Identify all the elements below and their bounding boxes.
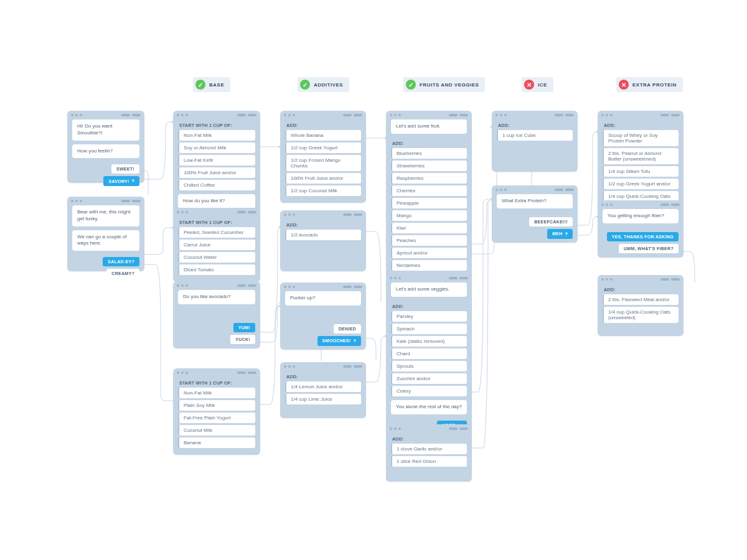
list-heading: START WITH 1 CUP OF: — [178, 217, 255, 227]
message: How do you like it? — [178, 194, 255, 208]
list-heading: ADD: — [391, 301, 467, 311]
list-item: Spinach — [391, 324, 467, 334]
check-icon: ✓ — [406, 80, 416, 90]
section-header-fruits: ✓ FRUITS AND VEGGIES — [403, 77, 485, 92]
list-item: 100% Fruit Juice and/or — [285, 173, 361, 184]
list-item: Carrot Juice — [178, 240, 255, 250]
card-additive-thick: ADD: Whole Banana 1/2 cup Greek Yogurt 1… — [280, 111, 366, 203]
list-item: 2 tbs. Flaxseed Meal and/or — [603, 294, 679, 305]
list-item: 1/2 cup Coconut Milk — [285, 185, 361, 196]
list-item: Pineapple — [391, 198, 467, 208]
card-garlic: ADD: 1 clove Garlic and/or 1 slice Red O… — [386, 424, 472, 482]
list-item: 1/4 Lemon Juice and/or — [285, 381, 361, 392]
list-item: 1/4 cup Quick-Cooking Oats (unsweeted) — [603, 307, 679, 323]
message: Let's add some fruit. — [391, 119, 467, 134]
card-topbar — [173, 111, 260, 119]
choice-what-fiber[interactable]: UMM, WHAT'S FIBER? — [619, 244, 679, 253]
list-item: 2 tbs. Peanut or Almond Butter (unsweete… — [603, 148, 679, 164]
chevron-down-icon: ▾ — [132, 179, 134, 184]
list-item: Low-Fat Kefir — [178, 155, 255, 166]
choice-denied[interactable]: DENIED — [334, 324, 361, 334]
card-topbar — [386, 274, 472, 282]
card-avocado-q: Do you like avocado? YUM! YUCK! — [173, 281, 260, 348]
list-item: 1 slice Red Onion — [391, 456, 467, 467]
message: Bear with me, this might get funky. — [72, 205, 139, 226]
list-heading: ADD: — [285, 219, 361, 230]
card-base-salad: START WITH 1 CUP OF: Peeled, Seeded Cucu… — [173, 208, 260, 282]
message: Let's add some veggies. — [391, 282, 467, 297]
list-heading: ADD: — [603, 119, 679, 130]
card-intro-savory: Bear with me, this might get funky. We c… — [67, 197, 144, 271]
message: You getting enough fiber? — [603, 209, 679, 223]
card-topbar — [598, 275, 684, 284]
list-item: 1/2 cup Greek Yogurt and/or — [603, 179, 679, 189]
list-item: Banana — [178, 437, 255, 448]
choice-sweet[interactable]: SWEET! — [111, 164, 139, 174]
list-item: Apricot and/or — [391, 248, 467, 258]
list-item: Mango — [391, 210, 467, 221]
card-topbar — [67, 111, 144, 119]
card-fiber-add: ADD: 2 tbs. Flaxseed Meal and/or 1/4 cup… — [598, 275, 684, 336]
card-topbar — [598, 111, 684, 119]
list-item: Parsley — [391, 311, 467, 322]
section-label: ICE — [538, 82, 547, 88]
choice-beefcake[interactable]: BEEEFCAKE!!! — [529, 217, 573, 226]
card-topbar — [173, 368, 260, 377]
choice-meh[interactable]: MEH▾ — [547, 229, 573, 239]
choice-smooches[interactable]: SMOOCHES!▾ — [317, 336, 361, 346]
card-topbar — [492, 185, 578, 194]
list-item: 100% Fruit Juice and/or — [178, 167, 255, 178]
list-item: Coconut Milk — [178, 425, 255, 436]
card-topbar — [598, 200, 684, 209]
list-item: Blueberries — [391, 148, 467, 159]
list-item: Raspberries — [391, 173, 467, 184]
choice-yes-fiber[interactable]: YES, THANKS FOR ASKING — [607, 232, 679, 241]
choice-yum[interactable]: YUM! — [233, 323, 255, 332]
list-heading: ADD: — [285, 371, 361, 381]
list-item: Chilled Coffee — [178, 180, 255, 190]
list-heading: ADD: — [603, 284, 679, 294]
card-ice: ADD: 1 cup Ice Cube — [492, 111, 578, 172]
list-item: Whole Banana — [285, 130, 361, 141]
message: What Extra Protein? — [497, 194, 573, 208]
list-item: Soy or Almond Milk — [178, 142, 255, 153]
list-heading: START WITH 1 CUP OF: — [178, 119, 255, 130]
card-topbar — [280, 362, 366, 371]
list-item: Chard — [391, 348, 467, 359]
list-item: Kiwi — [391, 223, 467, 233]
choice-creamy[interactable]: CREAMY? — [106, 269, 139, 278]
card-additive-avocado: ADD: 1/2 avocado — [280, 210, 366, 271]
card-base-creamy: START WITH 1 CUP OF: Non-Fat Milk Plain … — [173, 368, 260, 455]
message: How you feelin? — [72, 144, 139, 159]
choice-savory[interactable]: SAVORY!▾ — [103, 176, 139, 186]
list-item: Non-Fat Milk — [178, 130, 255, 141]
list-item: Peeled, Seeded Cucumber — [178, 227, 255, 238]
message: Hi! Do you want Smoothie?! — [72, 119, 139, 141]
list-item: Diced Tomato — [178, 264, 255, 275]
list-item: Scoop of Whey or Soy Protein Powder — [603, 130, 679, 146]
list-item: Plain Soy Milk — [178, 400, 255, 411]
list-heading: START WITH 1 CUP OF: — [178, 377, 255, 388]
section-header-additives: ✓ ADDITIVES — [298, 77, 349, 92]
card-additive-citrus: ADD: 1/4 Lemon Juice and/or 1/4 cup Lime… — [280, 362, 366, 418]
list-heading: ADD: — [391, 138, 467, 148]
card-topbar — [280, 111, 366, 119]
list-heading: ADD: — [497, 119, 573, 130]
section-label: BASE — [209, 82, 224, 88]
message: Do you like avocado? — [178, 290, 255, 304]
list-item: 1 cup Ice Cube — [497, 130, 573, 141]
flow-canvas: ✓ BASE ✓ ADDITIVES ✓ FRUITS AND VEGGIES … — [0, 0, 747, 560]
list-item: 1/2 avocado — [285, 230, 361, 240]
section-label: EXTRA PROTEIN — [632, 82, 677, 88]
list-item: Strawberries — [391, 161, 467, 171]
card-topbar — [280, 210, 366, 219]
section-header-ice: ✕ ICE — [522, 77, 553, 92]
list-item: 1/4 cup Lime Juice — [285, 394, 361, 404]
list-item: Non-Fat Milk — [178, 388, 255, 398]
x-icon: ✕ — [619, 80, 629, 90]
card-pucker: Pucker up? DENIED SMOOCHES!▾ — [280, 282, 366, 350]
choice-yuck[interactable]: YUCK! — [230, 335, 255, 344]
list-item: Nectarines — [391, 260, 467, 271]
x-icon: ✕ — [524, 80, 534, 90]
choice-saladey[interactable]: SALAD-EY? — [103, 257, 139, 266]
